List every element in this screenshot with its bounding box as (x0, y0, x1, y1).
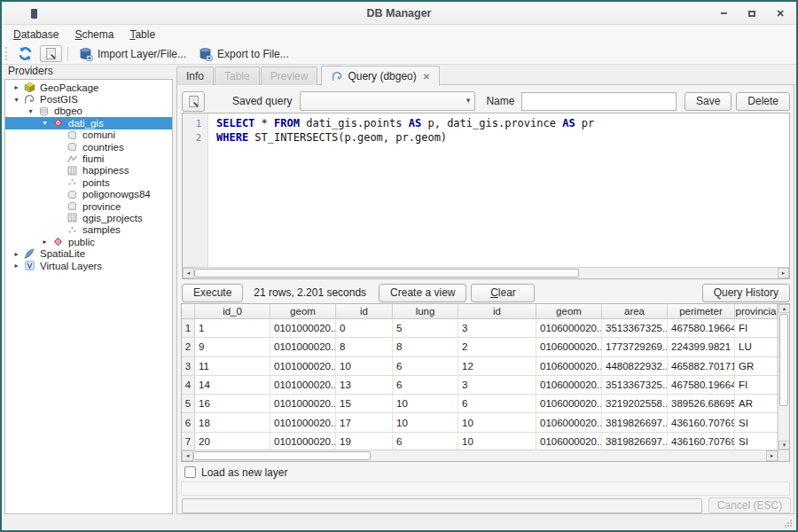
table-cell[interactable]: 20 (195, 433, 270, 450)
table-cell[interactable]: 0101000020... (270, 395, 336, 412)
table-row[interactable]: 110101000020...0530106000020...351336732… (182, 319, 778, 338)
refresh-button[interactable] (13, 44, 37, 63)
tree-item-dati-gis[interactable]: ▾dati_gis (5, 117, 172, 129)
clear-button[interactable]: Clear (471, 284, 535, 302)
column-header-id-0[interactable]: id_0 (195, 304, 270, 318)
tree-item-countries[interactable]: countries (5, 141, 172, 153)
table-row[interactable]: 4140101000020...13630106000020...3513367… (182, 376, 778, 395)
table-row[interactable]: 5160101000020...151060106000020...321920… (182, 395, 778, 413)
column-header-geom[interactable]: geom (536, 304, 602, 318)
table-cell[interactable]: GR (735, 357, 778, 375)
tree-item-points[interactable]: points (5, 176, 172, 188)
expand-arrow-icon[interactable]: ▸ (11, 262, 22, 270)
table-cell[interactable]: 3513367325.... (602, 319, 668, 337)
table-cell[interactable]: FI (735, 319, 778, 337)
table-row[interactable]: 3110101000020...106120106000020...448082… (182, 357, 778, 376)
column-header-provincia[interactable]: provincia (735, 304, 778, 318)
tree-item-samples[interactable]: samples (5, 224, 172, 236)
scroll-left-icon[interactable]: ◂ (183, 268, 194, 278)
scroll-right-icon[interactable]: ▸ (778, 268, 789, 278)
table-cell[interactable]: 467580.19664 (668, 319, 735, 337)
row-number[interactable]: 1 (182, 319, 195, 337)
table-cell[interactable]: 0101000020... (270, 338, 336, 356)
table-cell[interactable]: 6 (393, 376, 458, 394)
table-cell[interactable]: 8 (393, 338, 458, 356)
table-cell[interactable]: 436160.70769 (668, 413, 735, 431)
close-button[interactable]: ✕ (775, 8, 786, 19)
editor-horizontal-scrollbar[interactable]: ◂ ▸ (183, 267, 789, 278)
table-cell[interactable]: 0106000020... (536, 319, 602, 337)
table-cell[interactable]: 389526.68695 (668, 395, 735, 412)
saved-query-select[interactable]: ▾ (300, 91, 475, 111)
table-cell[interactable]: 15 (336, 395, 393, 412)
table-cell[interactable]: 6 (393, 433, 458, 450)
table-cell[interactable]: 14 (195, 376, 270, 394)
row-number[interactable]: 2 (182, 338, 195, 356)
table-cell[interactable]: 12 (458, 357, 536, 375)
table-cell[interactable]: 3819826697.... (602, 433, 668, 450)
minimize-button[interactable] (718, 8, 729, 19)
row-number[interactable]: 6 (182, 413, 195, 431)
tree-item-happiness[interactable]: happiness (5, 165, 172, 176)
table-cell[interactable]: 465882.70171 (668, 357, 735, 375)
table-cell[interactable]: 5 (393, 319, 458, 337)
tree-item-public[interactable]: ▸public (5, 236, 172, 247)
table-cell[interactable]: 10 (336, 357, 393, 375)
export-file-button[interactable]: Export to File... (193, 44, 293, 63)
resize-grip[interactable] (785, 520, 792, 527)
table-cell[interactable]: 0101000020... (270, 319, 336, 337)
table-cell[interactable]: 10 (458, 413, 536, 431)
grid-corner-header[interactable] (182, 304, 195, 318)
table-cell[interactable]: 6 (458, 395, 536, 412)
tree-item-dbgeo[interactable]: ▾dbgeo (5, 106, 172, 117)
grid-horizontal-scrollbar[interactable]: ◂ ▸ (182, 450, 778, 461)
menu-database[interactable]: Database (5, 27, 66, 43)
table-cell[interactable]: 0106000020... (536, 413, 602, 431)
sql-query-button[interactable] (182, 91, 205, 112)
table-cell[interactable]: 6 (393, 357, 458, 375)
row-number[interactable]: 3 (182, 357, 195, 375)
table-row[interactable]: 7200101000020...196100106000020...381982… (182, 433, 778, 450)
table-cell[interactable]: 0106000020... (536, 338, 602, 356)
collapse-arrow-icon[interactable]: ▾ (11, 96, 22, 104)
table-cell[interactable]: 0101000020... (270, 376, 336, 394)
toolbar-drag-handle[interactable] (5, 47, 10, 60)
sql-editor[interactable]: 12 SELECT * FROM dati_gis.points AS p, d… (182, 113, 790, 279)
save-button[interactable]: Save (685, 92, 732, 111)
row-number[interactable]: 5 (182, 395, 195, 412)
create-view-button[interactable]: Create a view (379, 284, 466, 302)
table-row[interactable]: 6180101000020...1710100106000020...38198… (182, 413, 778, 432)
execute-button[interactable]: Execute (182, 284, 243, 302)
tree-item-fiumi[interactable]: fiumi (5, 153, 172, 164)
table-cell[interactable]: 3513367325.... (602, 376, 668, 394)
table-cell[interactable]: 3 (458, 376, 536, 394)
close-tab-icon[interactable]: ✕ (423, 72, 430, 82)
table-cell[interactable]: 0101000020... (270, 433, 336, 450)
table-cell[interactable]: 3 (458, 319, 536, 337)
table-cell[interactable]: 4480822932.... (602, 357, 668, 375)
tab-info[interactable]: Info (176, 66, 214, 85)
table-cell[interactable]: 17 (336, 413, 393, 431)
table-cell[interactable]: 1 (195, 319, 270, 337)
scrollbar-thumb[interactable] (194, 269, 579, 278)
tree-item-virtual-layers[interactable]: ▸Virtual Layers (5, 260, 172, 271)
table-cell[interactable]: 10 (393, 395, 458, 412)
table-cell[interactable]: LU (735, 338, 778, 356)
tree-item-comuni[interactable]: comuni (5, 129, 172, 141)
tree-item-postgis[interactable]: ▾PostGIS (5, 93, 172, 105)
table-cell[interactable]: 467580.19664 (668, 376, 735, 394)
table-cell[interactable]: 18 (195, 413, 270, 431)
table-cell[interactable]: 0106000020... (536, 433, 602, 450)
table-cell[interactable]: 0 (336, 319, 393, 337)
column-header-id[interactable]: id (336, 304, 393, 318)
column-header-id[interactable]: id (458, 304, 536, 318)
column-header-geom[interactable]: geom (270, 304, 336, 318)
scroll-up-icon[interactable]: ▴ (778, 304, 790, 313)
table-cell[interactable]: FI (735, 376, 778, 394)
table-cell[interactable]: 0106000020... (536, 376, 602, 394)
sql-code[interactable]: SELECT * FROM dati_gis.points AS p, dati… (209, 113, 789, 267)
menu-table[interactable]: Table (121, 27, 163, 43)
column-header-lung[interactable]: lung (393, 304, 458, 318)
table-cell[interactable]: 10 (393, 413, 458, 431)
name-input[interactable] (521, 92, 677, 111)
